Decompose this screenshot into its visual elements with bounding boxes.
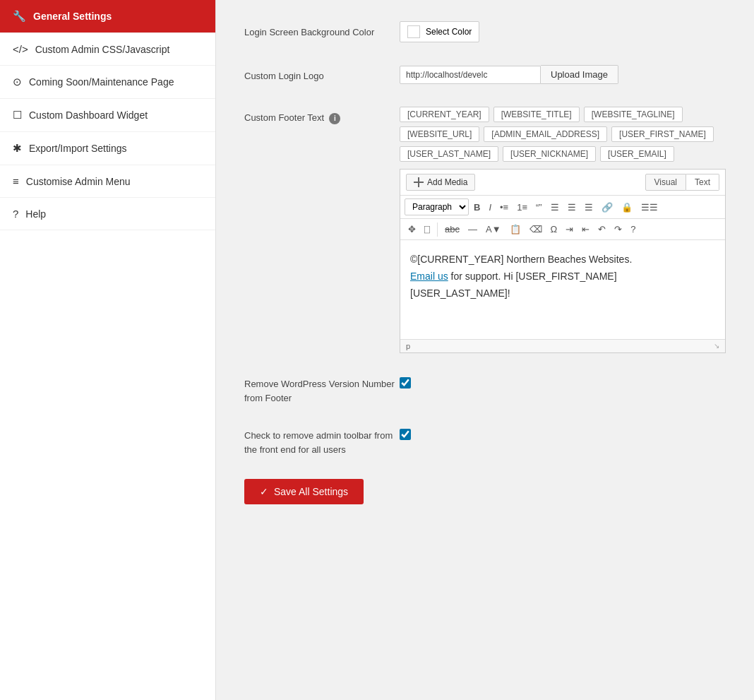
editor-content[interactable]: ©[CURRENT_YEAR] Northern Beaches Website… (400, 240, 725, 339)
custom-footer-text-row: Custom Footer Text i [CURRENT_YEAR] [WEB… (244, 107, 726, 353)
help-tb-button[interactable]: ? (627, 222, 639, 237)
remove-wp-version-row: Remove WordPress Version Number from Foo… (244, 376, 726, 405)
export-icon: ✱ (13, 142, 22, 155)
login-bg-color-label: Login Screen Background Color (244, 21, 400, 40)
custom-login-logo-row: Custom Login Logo Upload Image (244, 65, 726, 84)
link-button[interactable]: 🔗 (598, 200, 616, 215)
menu-icon: ≡ (13, 175, 19, 187)
blockquote-button[interactable]: “” (532, 200, 546, 215)
visual-tab[interactable]: Visual (645, 174, 686, 191)
email-us-link[interactable]: Email us (410, 271, 448, 282)
login-bg-color-row: Login Screen Background Color Select Col… (244, 21, 726, 42)
clear-format-button[interactable]: ⌫ (526, 222, 546, 237)
sidebar-item-general-settings[interactable]: 🔧 General Settings (0, 0, 215, 33)
save-section: ✓ Save All Settings (244, 479, 726, 504)
align-right-button[interactable]: ☰ (581, 200, 597, 215)
add-media-icon (414, 177, 424, 187)
tag-website-url[interactable]: [WEBSITE_URL] (400, 126, 479, 142)
outdent-button[interactable]: ⇤ (578, 222, 593, 237)
align-center-button[interactable]: ☰ (564, 200, 580, 215)
editor-view-tabs: Visual Text (645, 174, 719, 191)
tag-user-email[interactable]: [USER_EMAIL] (600, 146, 674, 162)
sidebar: 🔧 General Settings </> Custom Admin CSS/… (0, 0, 216, 700)
remove-admin-toolbar-checkbox[interactable] (400, 429, 411, 440)
editor-toolbar-row1: Paragraph B I •≡ 1≡ “” ☰ ☰ ☰ 🔗 🔒 ☰☰ (400, 196, 725, 219)
redo-button[interactable]: ↷ (611, 222, 626, 237)
paste-button[interactable]: 📋 (506, 222, 525, 237)
indent-button[interactable]: ⇥ (562, 222, 577, 237)
more-button[interactable]: ☰☰ (638, 200, 662, 215)
url-upload-group: Upload Image (400, 65, 726, 84)
remove-wp-version-label: Remove WordPress Version Number from Foo… (244, 376, 400, 405)
editor-tag-indicator: p (406, 342, 410, 350)
unordered-list-button[interactable]: •≡ (496, 200, 512, 215)
remove-wp-version-ctrl (400, 376, 411, 388)
custom-login-logo-label: Custom Login Logo (244, 65, 400, 83)
sidebar-item-coming-soon[interactable]: ⊙ Coming Soon/Maintenance Page (0, 66, 215, 99)
code-icon: </> (13, 43, 28, 55)
text-tab[interactable]: Text (686, 174, 719, 191)
toolbar-separator (437, 223, 438, 237)
select-color-button[interactable]: Select Color (400, 21, 479, 42)
save-checkmark-icon: ✓ (260, 486, 268, 497)
svg-rect-1 (418, 177, 419, 187)
tag-website-tagline[interactable]: [WEBSITE_TAGLINE] (584, 107, 683, 122)
widget-icon: ☐ (13, 109, 22, 121)
tag-user-last-name[interactable]: [USER_LAST_NAME] (400, 146, 498, 162)
sidebar-item-help[interactable]: ? Help (0, 198, 215, 230)
editor-top-bar: Add Media Visual Text (400, 170, 725, 196)
bold-button[interactable]: B (470, 200, 484, 215)
custom-login-logo-control: Upload Image (400, 65, 726, 84)
remove-wp-version-checkbox[interactable] (400, 377, 411, 388)
tag-user-first-name[interactable]: [USER_FIRST_NAME] (611, 126, 714, 142)
editor-toolbar-row2: ✥ ⎕ abc — A▼ 📋 ⌫ Ω ⇥ ⇤ ↶ ↷ ? (400, 219, 725, 240)
editor-wrapper: Add Media Visual Text Paragraph (400, 169, 726, 353)
info-icon: i (329, 113, 340, 124)
save-all-settings-button[interactable]: ✓ Save All Settings (244, 479, 364, 504)
content-line1: ©[CURRENT_YEAR] Northern Beaches Website… (410, 254, 632, 265)
tag-chips-container: [CURRENT_YEAR] [WEBSITE_TITLE] [WEBSITE_… (400, 107, 726, 162)
sidebar-item-customise-admin-menu[interactable]: ≡ Customise Admin Menu (0, 165, 215, 198)
tag-current-year[interactable]: [CURRENT_YEAR] (400, 107, 489, 122)
keyboard-button[interactable]: ⎕ (421, 222, 433, 237)
help-icon: ? (13, 208, 18, 220)
hr-button[interactable]: — (465, 222, 481, 237)
sidebar-item-custom-dashboard-widget[interactable]: ☐ Custom Dashboard Widget (0, 99, 215, 132)
special-char-button[interactable]: Ω (547, 222, 561, 237)
tag-website-title[interactable]: [WEBSITE_TITLE] (493, 107, 580, 122)
circle-icon: ⊙ (13, 76, 22, 88)
unlink-button[interactable]: 🔒 (618, 200, 636, 215)
sidebar-item-export-import[interactable]: ✱ Export/Import Settings (0, 132, 215, 165)
add-media-button[interactable]: Add Media (406, 174, 475, 191)
undo-button[interactable]: ↶ (594, 222, 609, 237)
ordered-list-button[interactable]: 1≡ (513, 200, 531, 215)
upload-image-button[interactable]: Upload Image (541, 65, 618, 84)
strikethrough-button[interactable]: abc (441, 222, 463, 237)
sidebar-item-custom-admin-css[interactable]: </> Custom Admin CSS/Javascript (0, 33, 215, 66)
font-color-button[interactable]: A▼ (482, 222, 505, 237)
resize-handle[interactable]: ↘ (714, 342, 719, 350)
remove-admin-toolbar-ctrl (400, 427, 411, 440)
color-swatch (407, 25, 420, 38)
login-bg-color-control: Select Color (400, 21, 726, 42)
italic-button[interactable]: I (485, 200, 495, 215)
logo-url-input[interactable] (400, 66, 541, 84)
remove-admin-toolbar-row: Check to remove admin toolbar from the f… (244, 427, 726, 456)
editor-footer: p ↘ (400, 339, 725, 352)
tag-user-nickname[interactable]: [USER_NICKNAME] (503, 146, 596, 162)
remove-admin-toolbar-label: Check to remove admin toolbar from the f… (244, 427, 400, 456)
custom-footer-text-label: Custom Footer Text i (244, 107, 400, 125)
tag-admin-email[interactable]: [ADMIN_EMAIL_ADDRESS] (484, 126, 607, 142)
align-left-button[interactable]: ☰ (547, 200, 563, 215)
fullscreen-button[interactable]: ✥ (405, 222, 419, 237)
main-content: Login Screen Background Color Select Col… (216, 0, 754, 700)
wrench-icon: 🔧 (13, 10, 26, 23)
custom-footer-text-control: [CURRENT_YEAR] [WEBSITE_TITLE] [WEBSITE_… (400, 107, 726, 353)
paragraph-select[interactable]: Paragraph (405, 198, 469, 215)
